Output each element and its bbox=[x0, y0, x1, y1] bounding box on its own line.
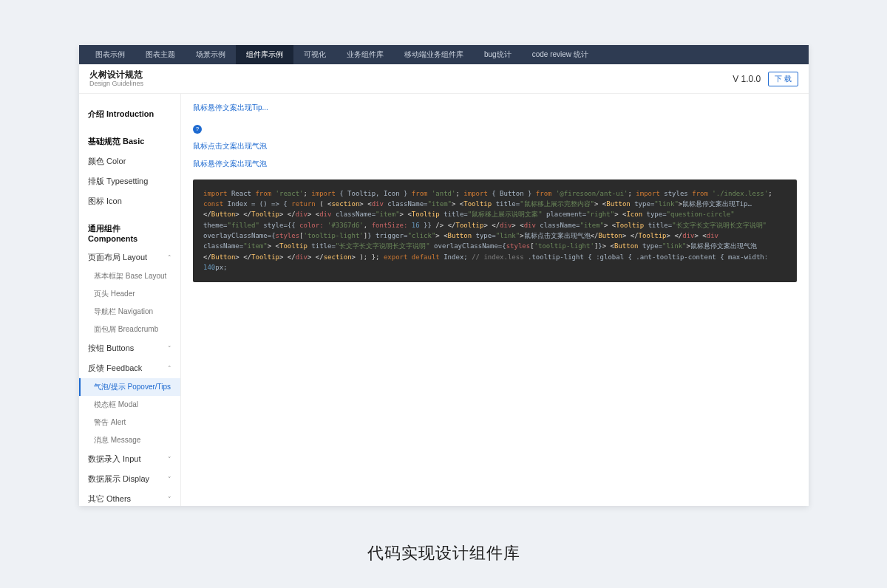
sidebar-sub-item[interactable]: 基本框架 Base Layout bbox=[79, 267, 180, 285]
brand-title-en: Design Guidelines bbox=[89, 80, 143, 88]
nav-tab[interactable]: 图表主题 bbox=[135, 45, 186, 64]
chevron-down-icon: ˅ bbox=[168, 345, 171, 352]
page-caption: 代码实现设计组件库 bbox=[0, 542, 887, 564]
sidebar-intro[interactable]: 介绍 Introduction bbox=[79, 104, 180, 124]
sidebar-group-label: 反馈 Feedback bbox=[88, 363, 142, 374]
sidebar-sub-item[interactable]: 警告 Alert bbox=[79, 414, 180, 431]
sidebar-group-head[interactable]: 数据录入 Input˅ bbox=[79, 449, 180, 469]
sidebar-group-label: 数据录入 Input bbox=[88, 454, 141, 465]
chevron-down-icon: ˅ bbox=[168, 496, 171, 503]
sidebar-group-head[interactable]: 页面布局 Layout˄ bbox=[79, 247, 180, 267]
sidebar-group-head[interactable]: 按钮 Buttons˅ bbox=[79, 338, 180, 358]
brand: 火树设计规范 Design Guidelines bbox=[89, 69, 143, 88]
sidebar-sub-item[interactable]: 导航栏 Navigation bbox=[79, 303, 180, 321]
sidebar-group-label: 数据展示 Display bbox=[88, 474, 149, 485]
sidebar-group-head[interactable]: 反馈 Feedback˄ bbox=[79, 358, 180, 378]
sidebar-components-title: 通用组件 Components bbox=[79, 219, 180, 247]
download-button[interactable]: 下 载 bbox=[768, 72, 798, 86]
demo-link-2[interactable]: 鼠标点击文案出现气泡 bbox=[193, 141, 797, 151]
nav-tab[interactable]: 图表示例 bbox=[85, 45, 135, 64]
sidebar-sub-item[interactable]: 模态框 Modal bbox=[79, 396, 180, 414]
version-text: V 1.0.0 bbox=[733, 74, 761, 84]
sidebar-group-label: 页面布局 Layout bbox=[88, 252, 147, 263]
chevron-up-icon: ˄ bbox=[168, 365, 171, 372]
 bbox=[79, 211, 180, 219]
brand-title-cn: 火树设计规范 bbox=[89, 69, 143, 80]
sidebar-basic-title: 基础规范 Basic bbox=[79, 131, 180, 151]
nav-tab[interactable]: 移动端业务组件库 bbox=[394, 45, 474, 64]
sidebar-sub-item[interactable]: 气泡/提示 Popover/Tips bbox=[79, 378, 180, 396]
app-window: 图表示例图表主题场景示例组件库示例可视化业务组件库移动端业务组件库bug统计co… bbox=[79, 45, 809, 506]
sidebar-group-head[interactable]: 其它 Others˅ bbox=[79, 489, 180, 506]
main-content[interactable]: 鼠标悬停文案出现Tip... ? 鼠标点击文案出现气泡 鼠标悬停文案出现气泡 i… bbox=[181, 94, 809, 506]
nav-tab[interactable]: code review 统计 bbox=[522, 45, 599, 64]
top-nav: 图表示例图表主题场景示例组件库示例可视化业务组件库移动端业务组件库bug统计co… bbox=[79, 45, 809, 64]
nav-tab[interactable]: 可视化 bbox=[293, 45, 336, 64]
chevron-down-icon: ˅ bbox=[168, 456, 171, 463]
sidebar-group-label: 按钮 Buttons bbox=[88, 343, 134, 354]
nav-tab[interactable]: 业务组件库 bbox=[336, 45, 394, 64]
chevron-down-icon: ˅ bbox=[168, 476, 171, 483]
version-block: V 1.0.0 下 载 bbox=[733, 72, 798, 86]
sidebar-group-head[interactable]: 数据展示 Display˅ bbox=[79, 469, 180, 489]
sub-header: 火树设计规范 Design Guidelines V 1.0.0 下 载 bbox=[79, 64, 809, 94]
sidebar-item[interactable]: 图标 Icon bbox=[79, 191, 180, 211]
nav-tab[interactable]: bug统计 bbox=[474, 45, 522, 64]
sidebar-group-label: 其它 Others bbox=[88, 493, 131, 505]
code-block: import React from 'react'; import { Tool… bbox=[193, 180, 797, 282]
nav-tab[interactable]: 场景示例 bbox=[186, 45, 236, 64]
 bbox=[79, 124, 180, 131]
demo-link-1[interactable]: 鼠标悬停文案出现Tip... bbox=[193, 103, 797, 113]
demo-link-3[interactable]: 鼠标悬停文案出现气泡 bbox=[193, 159, 797, 169]
sidebar-sub-item[interactable]: 面包屑 Breadcrumb bbox=[79, 321, 180, 338]
sidebar[interactable]: 介绍 Introduction基础规范 Basic颜色 Color排版 Type… bbox=[79, 94, 181, 506]
chevron-up-icon: ˄ bbox=[168, 254, 171, 261]
sidebar-sub-item[interactable]: 消息 Message bbox=[79, 431, 180, 449]
question-circle-icon[interactable]: ? bbox=[193, 125, 202, 134]
sidebar-item[interactable]: 颜色 Color bbox=[79, 151, 180, 171]
nav-tab[interactable]: 组件库示例 bbox=[236, 45, 293, 64]
sidebar-sub-item[interactable]: 页头 Header bbox=[79, 285, 180, 303]
body-row: 介绍 Introduction基础规范 Basic颜色 Color排版 Type… bbox=[79, 94, 809, 506]
sidebar-item[interactable]: 排版 Typesetting bbox=[79, 171, 180, 191]
